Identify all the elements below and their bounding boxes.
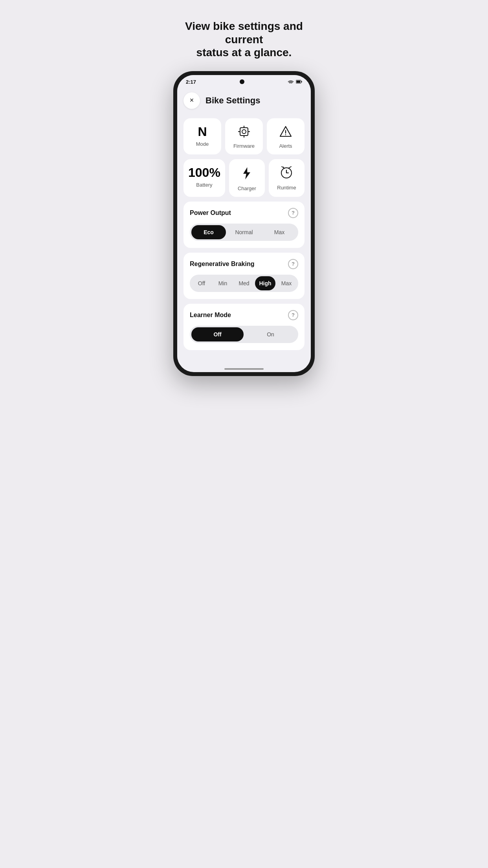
wifi-icon — [288, 79, 294, 84]
cards-grid-bottom: 100% Battery Charger — [183, 159, 305, 197]
alerts-label: Alerts — [279, 143, 292, 149]
cards-grid-top: N Mode — [183, 118, 305, 154]
power-output-panel: Power Output ? Eco Normal Max — [183, 202, 305, 248]
firmware-icon — [238, 125, 250, 140]
power-max-option[interactable]: Max — [262, 225, 297, 239]
home-indicator — [224, 368, 264, 370]
regen-off-option[interactable]: Off — [191, 276, 212, 290]
status-time: 2:17 — [186, 79, 196, 85]
learner-mode-header: Learner Mode ? — [190, 310, 298, 320]
regen-braking-title: Regenerative Braking — [190, 261, 255, 268]
regen-braking-help[interactable]: ? — [288, 259, 298, 269]
regen-high-option[interactable]: High — [255, 276, 275, 290]
battery-label: Battery — [196, 182, 212, 188]
card-mode[interactable]: N Mode — [183, 118, 221, 154]
svg-point-10 — [285, 134, 286, 135]
card-charger[interactable]: Charger — [229, 159, 265, 197]
mode-icon: N — [198, 125, 207, 138]
camera-notch — [240, 79, 244, 84]
svg-marker-11 — [243, 167, 250, 179]
card-firmware[interactable]: Firmware — [225, 118, 263, 154]
learner-mode-toggle: Off On — [190, 326, 298, 343]
power-output-header: Power Output ? — [190, 208, 298, 218]
status-icons — [288, 79, 302, 84]
svg-rect-1 — [296, 81, 300, 83]
mode-label: Mode — [196, 141, 209, 147]
close-button[interactable]: × — [183, 92, 200, 109]
regen-braking-panel: Regenerative Braking ? Off Min Med High … — [183, 253, 305, 299]
status-bar: 2:17 — [177, 75, 311, 87]
svg-rect-3 — [240, 128, 248, 136]
power-output-title: Power Output — [190, 209, 231, 217]
svg-rect-2 — [301, 81, 302, 83]
screen-content: × Bike Settings N Mode — [177, 87, 311, 364]
charger-icon — [240, 166, 253, 182]
power-output-toggle: Eco Normal Max — [190, 224, 298, 241]
battery-icon — [296, 79, 302, 84]
regen-max-option[interactable]: Max — [276, 276, 297, 290]
card-alerts[interactable]: Alerts — [267, 118, 305, 154]
learner-on-option[interactable]: On — [244, 327, 297, 341]
learner-mode-help[interactable]: ? — [288, 310, 298, 320]
power-normal-option[interactable]: Normal — [227, 225, 261, 239]
regen-braking-toggle: Off Min Med High Max — [190, 275, 298, 292]
power-output-help[interactable]: ? — [288, 208, 298, 218]
learner-mode-title: Learner Mode — [190, 312, 231, 319]
phone-frame: 2:17 × Bike Sett — [173, 71, 315, 376]
alerts-icon — [279, 125, 292, 140]
firmware-label: Firmware — [233, 143, 255, 149]
regen-braking-header: Regenerative Braking ? — [190, 259, 298, 269]
regen-min-option[interactable]: Min — [213, 276, 233, 290]
learner-mode-panel: Learner Mode ? Off On — [183, 304, 305, 350]
battery-percent-icon: 100% — [188, 166, 220, 179]
headline: View bike settings and currentstatus at … — [171, 20, 317, 59]
page-title: Bike Settings — [205, 95, 260, 106]
power-eco-option[interactable]: Eco — [191, 225, 226, 239]
phone-screen: 2:17 × Bike Sett — [177, 75, 311, 372]
card-runtime[interactable]: Runtime — [269, 159, 305, 197]
svg-line-14 — [288, 167, 291, 168]
card-battery[interactable]: 100% Battery — [183, 159, 225, 197]
settings-header: × Bike Settings — [183, 91, 305, 110]
runtime-label: Runtime — [277, 185, 296, 191]
regen-med-option[interactable]: Med — [234, 276, 254, 290]
runtime-icon — [280, 166, 293, 182]
learner-off-option[interactable]: Off — [191, 327, 244, 341]
svg-point-4 — [242, 130, 246, 134]
page-wrapper: View bike settings and currentstatus at … — [163, 8, 325, 376]
charger-label: Charger — [238, 185, 256, 191]
